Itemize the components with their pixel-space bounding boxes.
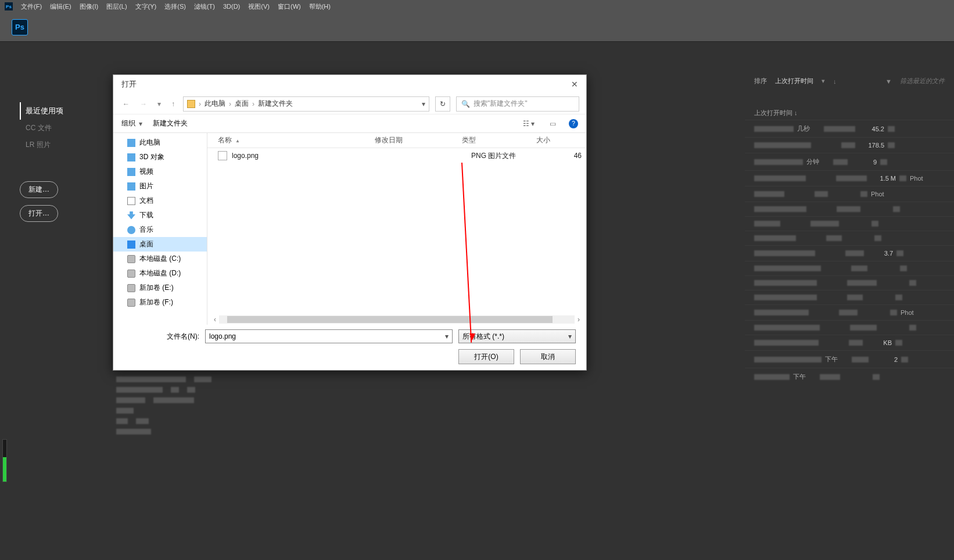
open-file-button[interactable]: 打开(O) xyxy=(458,349,514,364)
col-date[interactable]: 修改日期 xyxy=(375,135,462,145)
nav-recent[interactable]: 最近使用项 xyxy=(20,102,89,120)
tree-item[interactable]: 视频 xyxy=(113,164,207,179)
recent-row[interactable] xyxy=(745,290,954,304)
recent-row[interactable] xyxy=(745,202,954,216)
up-icon[interactable]: ↑ xyxy=(169,100,177,108)
col-last-opened[interactable]: 上次打开时间 ↓ xyxy=(754,109,945,117)
recent-value: KB xyxy=(866,339,892,346)
address-bar[interactable]: › 此电脑 › 桌面 › 新建文件夹 ▾ xyxy=(183,96,429,112)
recent-row[interactable] xyxy=(745,261,954,275)
refresh-icon[interactable]: ↻ xyxy=(435,96,450,112)
menu-file[interactable]: 文件(F) xyxy=(21,2,42,11)
tree-item[interactable]: 3D 对象 xyxy=(113,150,207,164)
organize-button[interactable]: 组织 xyxy=(121,119,135,128)
filetype-dropdown-icon[interactable]: ▾ xyxy=(568,332,572,340)
recent-row[interactable]: 下午2 xyxy=(745,350,954,368)
scroll-left-icon[interactable]: ‹ xyxy=(211,315,219,324)
filename-input[interactable]: logo.png ▾ xyxy=(205,329,453,343)
recent-locations-icon[interactable]: ▾ xyxy=(155,100,163,108)
menu-help[interactable]: 帮助(H) xyxy=(309,2,331,11)
sort-value[interactable]: 上次打开时间 xyxy=(775,77,813,85)
recent-kind: Phot xyxy=(871,191,896,198)
recent-row[interactable]: 几秒45.2 xyxy=(745,120,954,137)
tree-item[interactable]: 新加卷 (F:) xyxy=(113,295,207,310)
open-button[interactable]: 打开… xyxy=(20,205,58,222)
recent-row[interactable] xyxy=(745,231,954,245)
horizontal-scrollbar[interactable]: ‹ › xyxy=(211,315,583,324)
bc-0[interactable]: 此电脑 xyxy=(205,99,225,109)
menu-view[interactable]: 视图(V) xyxy=(248,2,270,11)
col-type[interactable]: 类型 xyxy=(462,135,536,145)
recent-row[interactable]: 178.5 xyxy=(745,137,954,153)
recent-row[interactable]: 1.5 MPhot xyxy=(745,170,954,186)
open-dialog: 打开 ✕ ← → ▾ ↑ › 此电脑 › 桌面 › 新建文件夹 ▾ ↻ 🔍 搜索… xyxy=(113,74,587,371)
back-icon[interactable]: ← xyxy=(120,100,132,108)
forward-icon[interactable]: → xyxy=(138,100,149,108)
preview-pane-icon[interactable]: ▭ xyxy=(547,120,558,128)
recent-row[interactable] xyxy=(745,320,954,335)
menu-layer[interactable]: 图层(L) xyxy=(106,2,127,11)
sort-direction-icon[interactable]: ↓ xyxy=(833,78,837,85)
recent-row[interactable]: 下午 xyxy=(745,368,954,385)
file-type: PNG 图片文件 xyxy=(471,151,546,161)
menu-filter[interactable]: 滤镜(T) xyxy=(194,2,215,11)
tree-item[interactable]: 桌面 xyxy=(113,237,207,252)
menu-image[interactable]: 图像(I) xyxy=(80,2,98,11)
address-dropdown-icon[interactable]: ▾ xyxy=(422,100,425,108)
recent-time: 分钟 xyxy=(806,157,830,166)
new-folder-button[interactable]: 新建文件夹 xyxy=(153,119,188,128)
file-list: 名称▲ 修改日期 类型 大小 logo.pngPNG 图片文件46 ‹ › xyxy=(207,133,586,325)
search-input[interactable]: 🔍 搜索"新建文件夹" xyxy=(456,96,579,112)
tree-item[interactable]: 本地磁盘 (C:) xyxy=(113,252,207,266)
folder-tree[interactable]: 此电脑3D 对象视频图片文档下载音乐桌面本地磁盘 (C:)本地磁盘 (D:)新加… xyxy=(113,133,207,325)
recent-row[interactable] xyxy=(745,216,954,231)
file-row[interactable]: logo.pngPNG 图片文件46 xyxy=(207,148,586,163)
filter-recent-input[interactable]: 筛选最近的文件 xyxy=(900,77,945,85)
recent-row[interactable] xyxy=(745,275,954,290)
bc-2[interactable]: 新建文件夹 xyxy=(258,99,293,109)
tree-label: 新加卷 (E:) xyxy=(139,283,174,293)
col-name[interactable]: 名称▲ xyxy=(218,135,375,145)
recent-time: 下午 xyxy=(793,372,816,381)
tree-item[interactable]: 音乐 xyxy=(113,222,207,237)
close-icon[interactable]: ✕ xyxy=(571,80,578,89)
menu-window[interactable]: 窗口(W) xyxy=(278,2,301,11)
tree-label: 新加卷 (F:) xyxy=(139,297,173,307)
ps-logo-icon: Ps xyxy=(12,19,28,35)
tree-item[interactable]: 此电脑 xyxy=(113,135,207,150)
recent-row[interactable]: KB xyxy=(745,335,954,350)
filename-dropdown-icon[interactable]: ▾ xyxy=(445,332,449,340)
recent-row[interactable]: Phot xyxy=(745,304,954,320)
new-button[interactable]: 新建… xyxy=(20,181,58,198)
recent-panel: 排序 上次打开时间 ▾ ↓ ▼ 筛选最近的文件 上次打开时间 ↓ 几秒45.21… xyxy=(745,73,954,385)
tree-item[interactable]: 本地磁盘 (D:) xyxy=(113,266,207,281)
scroll-right-icon[interactable]: › xyxy=(575,315,583,324)
organize-dropdown-icon[interactable]: ▾ xyxy=(139,120,142,128)
tree-item[interactable]: 文档 xyxy=(113,193,207,208)
background-recents xyxy=(116,374,523,437)
menu-select[interactable]: 选择(S) xyxy=(164,2,186,11)
ico-disk xyxy=(127,284,135,292)
nav-cc-files[interactable]: CC 文件 xyxy=(20,120,89,137)
tree-item[interactable]: 下载 xyxy=(113,208,207,222)
view-mode-icon[interactable]: ☷ ▾ xyxy=(521,120,537,128)
menu-3d[interactable]: 3D(D) xyxy=(223,3,240,10)
tree-item[interactable]: 新加卷 (E:) xyxy=(113,281,207,295)
bc-1[interactable]: 桌面 xyxy=(235,99,249,109)
menu-edit[interactable]: 编辑(E) xyxy=(50,2,71,11)
filetype-select[interactable]: 所有格式 (*.*) ▾ xyxy=(458,329,576,343)
tree-item[interactable]: 图片 xyxy=(113,179,207,193)
funnel-icon[interactable]: ▼ xyxy=(885,78,892,85)
chevron-down-icon[interactable]: ▾ xyxy=(822,77,825,85)
folder-icon xyxy=(187,100,195,108)
nav-lr-photos[interactable]: LR 照片 xyxy=(20,137,89,153)
recent-row[interactable]: 分钟9 xyxy=(745,153,954,170)
col-size[interactable]: 大小 xyxy=(536,135,586,145)
recent-rows: 几秒45.2178.5分钟91.5 MPhotPhot3.7PhotKB下午2下… xyxy=(745,120,954,385)
recent-row[interactable]: 3.7 xyxy=(745,245,954,261)
help-icon[interactable]: ? xyxy=(569,119,578,128)
cancel-button[interactable]: 取消 xyxy=(520,349,576,364)
menu-type[interactable]: 文字(Y) xyxy=(135,2,157,11)
tree-label: 本地磁盘 (D:) xyxy=(139,268,181,278)
recent-row[interactable]: Phot xyxy=(745,186,954,202)
